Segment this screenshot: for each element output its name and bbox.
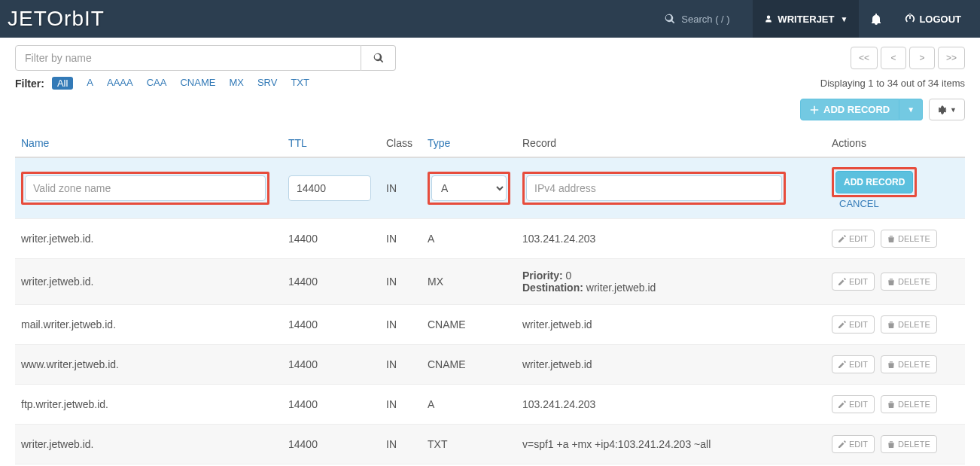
cell-actions: EDIT DELETE bbox=[826, 385, 965, 425]
header-class: Class bbox=[380, 129, 422, 157]
cell-class: IN bbox=[380, 219, 422, 259]
filter-tab-caa[interactable]: CAA bbox=[147, 77, 167, 90]
record-input[interactable] bbox=[526, 175, 782, 201]
filter-input-group bbox=[15, 45, 396, 71]
type-select[interactable]: A AAAA CAA CNAME MX SRV TXT bbox=[431, 175, 507, 201]
trash-icon bbox=[887, 278, 895, 285]
table-row: www.writer.jetweb.id. 14400 IN CNAME wri… bbox=[15, 345, 965, 385]
cell-type: CNAME bbox=[422, 345, 516, 385]
filter-row: << < > >> bbox=[15, 45, 965, 71]
add-record-dropdown[interactable]: ▼ bbox=[899, 99, 923, 120]
cell-actions: EDIT DELETE bbox=[826, 305, 965, 345]
pagination: << < > >> bbox=[851, 47, 965, 69]
cell-record: writer.jetweb.id bbox=[516, 345, 826, 385]
logout-button[interactable]: LOGOUT bbox=[893, 0, 972, 38]
cell-class: IN bbox=[380, 425, 422, 464]
cancel-button[interactable]: CANCEL bbox=[839, 198, 879, 209]
user-label: WRITERJET bbox=[778, 14, 834, 25]
pencil-icon bbox=[838, 401, 846, 408]
cell-ttl: 14400 bbox=[282, 345, 380, 385]
logo: JETOrbIT bbox=[8, 7, 105, 31]
cell-ttl: 14400 bbox=[282, 305, 380, 345]
table-header-row: Name TTL Class Type Record Actions bbox=[15, 129, 965, 157]
cell-actions: EDIT DELETE bbox=[826, 345, 965, 385]
filter-input[interactable] bbox=[15, 45, 361, 71]
add-record-button[interactable]: ADD RECORD bbox=[800, 99, 899, 120]
delete-button[interactable]: DELETE bbox=[881, 355, 937, 373]
filter-tabs-row: Filter: All A AAAA CAA CNAME MX SRV TXT … bbox=[15, 77, 965, 90]
filter-tab-all[interactable]: All bbox=[52, 77, 73, 90]
notifications-button[interactable] bbox=[859, 0, 893, 38]
cell-name: ftp.writer.jetweb.id. bbox=[15, 385, 282, 425]
edit-button[interactable]: EDIT bbox=[832, 315, 875, 334]
ttl-input[interactable] bbox=[288, 175, 371, 201]
page-prev-button[interactable]: < bbox=[881, 47, 906, 69]
action-row: ADD RECORD ▼ ▼ bbox=[15, 99, 965, 120]
cell-name: www.writer.jetweb.id. bbox=[15, 345, 282, 385]
name-input-wrap bbox=[21, 172, 269, 205]
header-record: Record bbox=[516, 129, 826, 157]
delete-button[interactable]: DELETE bbox=[881, 395, 937, 413]
filter-tab-txt[interactable]: TXT bbox=[291, 77, 309, 90]
header-type[interactable]: Type bbox=[422, 129, 516, 157]
zone-name-input[interactable] bbox=[25, 175, 266, 201]
filter-tabs: All A AAAA CAA CNAME MX SRV TXT bbox=[52, 77, 309, 90]
filter-tab-mx[interactable]: MX bbox=[229, 77, 244, 90]
search-icon bbox=[373, 53, 384, 63]
bell-icon bbox=[870, 13, 882, 25]
trash-icon bbox=[887, 401, 895, 408]
search-group[interactable] bbox=[653, 14, 753, 25]
cell-name: writer.jetweb.id. bbox=[15, 425, 282, 464]
type-select-wrap: A AAAA CAA CNAME MX SRV TXT bbox=[428, 172, 510, 205]
cell-ttl: 14400 bbox=[282, 385, 380, 425]
edit-button[interactable]: EDIT bbox=[832, 355, 875, 373]
cell-record: v=spf1 +a +mx +ip4:103.241.24.203 ~all bbox=[516, 425, 826, 464]
delete-button[interactable]: DELETE bbox=[881, 315, 937, 334]
edit-button[interactable]: EDIT bbox=[832, 435, 875, 453]
pencil-icon bbox=[838, 321, 846, 328]
table-row: ftp.writer.jetweb.id. 14400 IN A 103.241… bbox=[15, 385, 965, 425]
page-last-button[interactable]: >> bbox=[938, 47, 965, 69]
cell-actions: EDIT DELETE bbox=[826, 425, 965, 464]
search-input[interactable] bbox=[681, 14, 741, 25]
edit-button[interactable]: EDIT bbox=[832, 395, 875, 413]
cell-name: writer.jetweb.id. bbox=[15, 259, 282, 305]
add-record-btn-wrap: ADD RECORD bbox=[832, 167, 917, 197]
cell-record: writer.jetweb.id bbox=[516, 305, 826, 345]
search-icon bbox=[665, 14, 675, 24]
pencil-icon bbox=[838, 440, 846, 448]
table-row: mail.writer.jetweb.id. 14400 IN CNAME wr… bbox=[15, 305, 965, 345]
settings-button[interactable]: ▼ bbox=[929, 99, 965, 120]
header-name[interactable]: Name bbox=[15, 129, 282, 157]
edit-button[interactable]: EDIT bbox=[832, 273, 875, 291]
filter-label: Filter: bbox=[15, 78, 44, 90]
delete-button[interactable]: DELETE bbox=[881, 435, 937, 453]
filter-tab-cname[interactable]: CNAME bbox=[180, 77, 215, 90]
delete-button[interactable]: DELETE bbox=[881, 230, 937, 248]
page-first-button[interactable]: << bbox=[851, 47, 878, 69]
header-ttl[interactable]: TTL bbox=[282, 129, 380, 157]
cell-ttl: 14400 bbox=[282, 425, 380, 464]
cell-class: IN bbox=[380, 385, 422, 425]
gear-icon bbox=[937, 105, 948, 115]
edit-button[interactable]: EDIT bbox=[832, 230, 875, 248]
filter-tab-aaaa[interactable]: AAAA bbox=[107, 77, 133, 90]
cell-ttl: 14400 bbox=[282, 219, 380, 259]
caret-down-icon: ▼ bbox=[840, 15, 848, 23]
add-record-submit-button[interactable]: ADD RECORD bbox=[835, 171, 913, 193]
trash-icon bbox=[887, 321, 895, 328]
table-row: writer.jetweb.id. 14400 IN A 103.241.24.… bbox=[15, 219, 965, 259]
table-row: writer.jetweb.id. 14400 IN TXT v=spf1 +a… bbox=[15, 425, 965, 464]
user-menu[interactable]: WRITERJET ▼ bbox=[753, 0, 859, 38]
filter-tab-a[interactable]: A bbox=[87, 77, 93, 90]
cell-type: MX bbox=[422, 259, 516, 305]
page-next-button[interactable]: > bbox=[909, 47, 935, 69]
cell-record: 103.241.24.203 bbox=[516, 385, 826, 425]
user-icon bbox=[764, 14, 773, 23]
delete-button[interactable]: DELETE bbox=[881, 273, 937, 291]
caret-down-icon: ▼ bbox=[907, 105, 915, 114]
trash-icon bbox=[887, 361, 895, 368]
filter-tab-srv[interactable]: SRV bbox=[257, 77, 278, 90]
content: << < > >> Filter: All A AAAA CAA CNAME M… bbox=[0, 38, 980, 466]
filter-search-button[interactable] bbox=[361, 45, 396, 71]
